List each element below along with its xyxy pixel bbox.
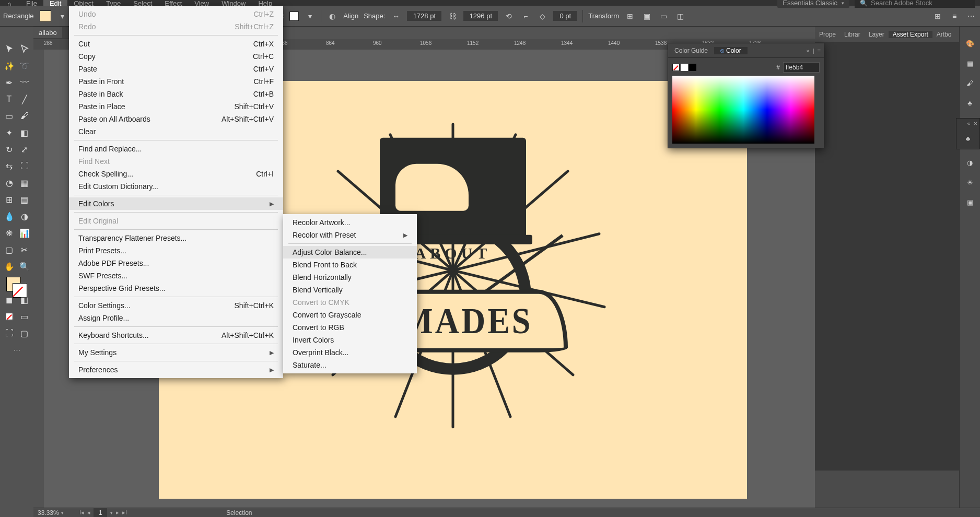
- menu-item-assign-profile[interactable]: Assign Profile...: [69, 312, 283, 324]
- menu-item-blend-vertically[interactable]: Blend Vertically: [283, 284, 417, 296]
- zoom-level[interactable]: 33.33%▾: [38, 509, 74, 516]
- menu-item-edit-custom-dictionary[interactable]: Edit Custom Dictionary...: [69, 180, 283, 193]
- menu-item-saturate[interactable]: Saturate...: [283, 359, 417, 371]
- slice-tool[interactable]: ✂: [17, 242, 31, 257]
- first-artboard-icon[interactable]: I◂: [79, 509, 84, 516]
- close-icon[interactable]: ✕: [973, 121, 977, 126]
- selection-tool[interactable]: [2, 41, 16, 57]
- menu-object[interactable]: Object: [67, 0, 100, 6]
- swatches-panel-icon[interactable]: ▦: [964, 57, 976, 69]
- menu-item-transparency-flattener-presets[interactable]: Transparency Flattener Presets...: [69, 232, 283, 244]
- hex-input[interactable]: [783, 62, 820, 73]
- workspace-switcher[interactable]: Essentials Classic▾: [777, 0, 849, 8]
- color-guide-tab[interactable]: Color Guide: [668, 47, 714, 54]
- home-icon[interactable]: ⌂: [4, 0, 15, 6]
- constrain-angle-icon[interactable]: ⟲: [503, 10, 515, 22]
- shaper-tool[interactable]: ✦: [2, 125, 16, 140]
- gradient-tool[interactable]: ▤: [17, 192, 31, 207]
- menu-item-swf-presets[interactable]: SWF Presets...: [69, 269, 283, 282]
- menu-item-recolor-with-preset[interactable]: Recolor with Preset▶: [283, 229, 417, 241]
- menu-type[interactable]: Type: [100, 0, 127, 6]
- blend-tool[interactable]: ◑: [17, 208, 31, 224]
- artboard-tool[interactable]: ▢: [2, 242, 16, 257]
- align-label[interactable]: Align: [343, 12, 358, 20]
- menu-view[interactable]: View: [188, 0, 215, 6]
- next-artboard-icon[interactable]: ▸: [116, 509, 119, 516]
- gpu-preview-icon[interactable]: ≡: [949, 10, 960, 22]
- zoom-tool[interactable]: 🔍: [17, 258, 31, 274]
- menu-item-my-settings[interactable]: My Settings▶: [69, 346, 283, 359]
- edit-toolbar[interactable]: ⋯: [2, 342, 31, 358]
- menu-item-find-and-replace[interactable]: Find and Replace...: [69, 143, 283, 155]
- menu-item-convert-to-rgb[interactable]: Convert to RGB: [283, 321, 417, 334]
- black-swatch-icon[interactable]: [689, 64, 696, 71]
- isolate-icon[interactable]: ▣: [641, 10, 652, 22]
- corner-type-icon[interactable]: ⌐: [520, 10, 531, 22]
- white-swatch-icon[interactable]: [681, 64, 688, 71]
- menu-item-adobe-pdf-presets[interactable]: Adobe PDF Presets...: [69, 257, 283, 269]
- panel-tab-asset export[interactable]: Asset Export: [889, 31, 932, 38]
- menu-window[interactable]: Window: [215, 0, 252, 6]
- color-mode[interactable]: ◼: [2, 292, 16, 308]
- menu-item-blend-horizontally[interactable]: Blend Horizontally: [283, 271, 417, 284]
- menu-item-adjust-color-balance[interactable]: Adjust Color Balance...: [283, 246, 417, 258]
- transform-each-icon[interactable]: ⊞: [624, 10, 636, 22]
- type-tool[interactable]: T: [2, 91, 16, 107]
- paintbrush-tool[interactable]: 🖌: [17, 108, 31, 124]
- panel-tab-artbo[interactable]: Artbo: [932, 31, 956, 38]
- panel-tab-layer[interactable]: Layer: [865, 31, 889, 38]
- edit-clip-icon[interactable]: ▭: [658, 10, 669, 22]
- screen-mode[interactable]: ⛶: [2, 325, 16, 341]
- symbols-panel-icon[interactable]: ♣: [964, 97, 976, 109]
- rotate-tool[interactable]: ↻: [2, 142, 16, 157]
- menu-item-paste-in-back[interactable]: Paste in BackCtrl+B: [69, 88, 283, 100]
- fill-dropdown[interactable]: ▾: [56, 10, 68, 22]
- eraser-tool[interactable]: ◧: [17, 125, 31, 140]
- menu-item-check-spelling[interactable]: Check Spelling...Ctrl+I: [69, 168, 283, 180]
- shape-builder-tool[interactable]: ◔: [2, 175, 16, 191]
- shape-panel-label[interactable]: Shape:: [364, 12, 385, 20]
- menu-item-invert-colors[interactable]: Invert Colors: [283, 334, 417, 346]
- shape-width[interactable]: 1728 pt: [407, 11, 441, 21]
- last-artboard-icon[interactable]: ▸I: [122, 509, 127, 516]
- menu-item-perspective-grid-presets[interactable]: Perspective Grid Presets...: [69, 282, 283, 295]
- corner-radius[interactable]: 0 pt: [553, 11, 577, 21]
- graphic-styles-panel-icon[interactable]: ▣: [964, 196, 976, 208]
- rectangle-tool[interactable]: ▭: [2, 108, 16, 124]
- perspective-grid-tool[interactable]: ▦: [17, 175, 31, 191]
- menu-item-convert-to-grayscale[interactable]: Convert to Grayscale: [283, 309, 417, 321]
- color-spectrum[interactable]: [672, 76, 814, 144]
- arrange-docs-icon[interactable]: ⊞: [932, 10, 943, 22]
- menu-item-preferences[interactable]: Preferences▶: [69, 363, 283, 376]
- transform-label[interactable]: Transform: [588, 12, 619, 20]
- appearance-panel-icon[interactable]: ☀: [964, 176, 976, 189]
- recolor-icon[interactable]: ◐: [326, 10, 338, 22]
- none-mode[interactable]: [2, 309, 16, 324]
- panel-menu-icon[interactable]: ≡: [818, 48, 821, 54]
- menu-file[interactable]: File: [20, 0, 43, 6]
- menu-item-paste-in-front[interactable]: Paste in FrontCtrl+F: [69, 75, 283, 88]
- menu-effect[interactable]: Effect: [158, 0, 188, 6]
- menu-item-recolor-artwork[interactable]: Recolor Artwork...: [283, 216, 417, 229]
- curvature-tool[interactable]: 〰: [17, 75, 31, 90]
- change-screen[interactable]: ▢: [17, 325, 31, 341]
- none-swatch-icon[interactable]: [672, 64, 680, 71]
- lasso-tool[interactable]: ➰: [17, 58, 31, 74]
- artboard-nav[interactable]: I◂ ◂ 1 ▾ ▸ ▸I: [79, 508, 127, 517]
- menu-item-blend-front-to-back[interactable]: Blend Front to Back: [283, 258, 417, 271]
- menu-item-paste[interactable]: PasteCtrl+V: [69, 63, 283, 75]
- menu-item-cut[interactable]: CutCtrl+X: [69, 38, 283, 50]
- magic-wand-tool[interactable]: ✨: [2, 58, 16, 74]
- brushes-panel-icon[interactable]: 🖌: [964, 77, 976, 89]
- menu-edit[interactable]: Edit: [43, 0, 67, 6]
- transparency-panel-icon[interactable]: ◑: [964, 156, 976, 169]
- width-tool[interactable]: ⇆: [2, 158, 16, 174]
- symbol-sprayer-tool[interactable]: ❋: [2, 225, 16, 241]
- menu-item-copy[interactable]: CopyCtrl+C: [69, 50, 283, 63]
- style-dropdown[interactable]: ▾: [304, 10, 316, 22]
- mesh-tool[interactable]: ⊞: [2, 192, 16, 207]
- direct-selection-tool[interactable]: [17, 41, 31, 57]
- expand-panel-icon[interactable]: »: [807, 48, 810, 54]
- corner-link-icon[interactable]: ◇: [536, 10, 548, 22]
- menu-item-edit-colors[interactable]: Edit Colors▶: [69, 197, 283, 210]
